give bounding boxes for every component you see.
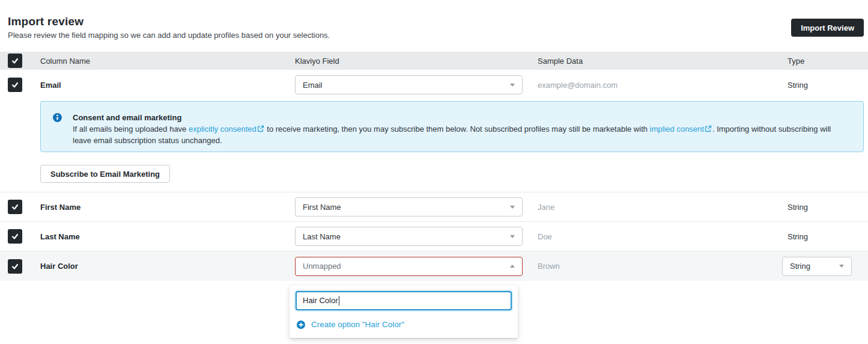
table-row-hair-color: Hair Color Unmapped Hair Color Create op… [0,251,868,281]
type-value: String [788,81,868,90]
subscribe-email-marketing-button[interactable]: Subscribe to Email Marketing [40,165,170,183]
row-checkbox[interactable] [8,229,22,244]
row-checkbox[interactable] [8,200,22,214]
table-row-first-name: First Name First Name Jane String [0,192,868,222]
field-search-input[interactable]: Hair Color [296,291,512,310]
type-value: String [788,232,868,241]
header-column-name: Column Name [32,57,290,66]
header-sample-data: Sample Data [538,57,788,66]
select-value: First Name [303,203,341,212]
page-subtitle: Please review the field mapping so we ca… [8,31,330,40]
import-review-button[interactable]: Import Review [791,19,864,37]
callout-body-part1: If all emails being uploaded have [73,124,189,134]
table-row-last-name: Last Name Last Name Doe String [0,222,868,251]
implied-consent-link[interactable]: implied consent [650,124,704,134]
external-link-icon [257,125,264,132]
chevron-down-icon [510,235,515,238]
checkmark-icon [11,232,19,241]
klaviyo-field-select-hair-color[interactable]: Unmapped [295,257,523,276]
row-checkbox[interactable] [8,78,22,92]
table-header-row: Column Name Klaviyo Field Sample Data Ty… [0,52,868,70]
row-checkbox[interactable] [8,259,22,274]
chevron-up-icon [510,265,515,268]
sample-data-value: Doe [538,232,788,241]
chevron-down-icon [839,265,844,268]
checkmark-icon [11,262,19,271]
sample-data-value: Jane [538,203,788,212]
create-option-item[interactable]: Create option "Hair Color" [290,314,518,336]
chevron-down-icon [510,206,515,209]
column-name-label: Hair Color [32,262,290,271]
klaviyo-field-select-first-name[interactable]: First Name [295,197,523,217]
select-value: Email [303,81,323,90]
select-value: Last Name [303,232,341,241]
consent-section: Consent and email marketing If all email… [0,100,868,192]
chevron-down-icon [510,84,515,87]
search-input-value: Hair Color [303,296,338,305]
external-link-icon [705,125,712,132]
column-name-label: Last Name [32,232,290,241]
checkmark-icon [11,203,19,211]
page-header: Import review Please review the field ma… [0,0,868,52]
plus-circle-icon [297,321,305,329]
text-cursor [339,296,339,306]
select-value: String [790,262,810,271]
header-klaviyo-field: Klaviyo Field [290,57,538,66]
klaviyo-field-select-last-name[interactable]: Last Name [295,227,523,246]
select-all-checkbox[interactable] [8,54,22,68]
callout-body: If all emails being uploaded have explic… [73,123,848,146]
select-value: Unmapped [303,262,341,271]
checkmark-icon [11,57,19,65]
callout-title: Consent and email marketing [73,112,851,123]
page-title: Import review [8,15,83,28]
type-select-hair-color[interactable]: String [782,257,852,276]
klaviyo-field-select-email[interactable]: Email [295,75,523,94]
create-option-label: Create option "Hair Color" [311,320,404,329]
callout-body-part2: to receive marketing, then you may subsc… [265,124,650,134]
column-name-label: First Name [32,203,290,212]
type-value: String [788,203,868,212]
klaviyo-field-dropdown-panel: Hair Color Create option "Hair Color" [290,286,518,338]
header-type: Type [788,57,868,66]
sample-data-value: example@domain.com [538,81,788,90]
column-name-label: Email [32,81,290,90]
info-icon [53,113,62,122]
explicitly-consented-link[interactable]: explicitly consented [189,124,256,134]
consent-callout: Consent and email marketing If all email… [40,101,864,152]
sample-data-value: Brown [538,262,788,271]
table-row-email: Email Email example@domain.com String [0,70,868,100]
checkmark-icon [11,81,19,89]
